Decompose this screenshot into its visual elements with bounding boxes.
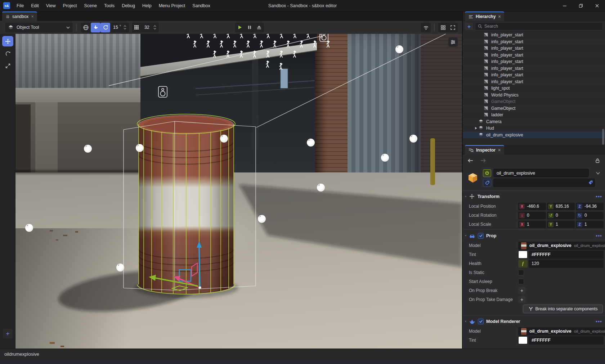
add-gameobject-button[interactable]: +	[465, 22, 473, 30]
menu-item-sandbox[interactable]: Sandbox	[189, 0, 214, 12]
object-snap-button[interactable]	[91, 23, 100, 32]
more-menu-icon[interactable]: •••	[596, 319, 602, 324]
add-action-button[interactable]: +	[518, 296, 525, 303]
fullscreen-button[interactable]	[448, 23, 458, 32]
close-icon[interactable]: ×	[498, 148, 501, 152]
hierarchy-item-info-player-start[interactable]: info_player_start	[463, 39, 605, 45]
forward-button[interactable]	[480, 158, 486, 163]
start-asleep-checkbox[interactable]	[518, 279, 524, 284]
collapse-caret[interactable]: ▾	[465, 195, 466, 198]
tags-icon[interactable]	[483, 179, 491, 187]
rotation-snap-stepper[interactable]	[121, 25, 129, 30]
hierarchy-item-hud[interactable]: Hud	[463, 125, 605, 132]
eject-button[interactable]	[254, 23, 264, 32]
tab-hierarchy[interactable]: Hierarchy ×	[465, 12, 504, 21]
close-icon[interactable]: ×	[31, 14, 33, 19]
menu-item-view[interactable]: View	[42, 0, 59, 12]
network-icon[interactable]	[421, 23, 431, 32]
hierarchy-item-light-spot[interactable]: light_spot	[463, 85, 605, 92]
model-field[interactable]: oil_drum_explosiveoil_drum_explosive.	[518, 327, 605, 336]
chevron-down-icon[interactable]	[596, 172, 600, 175]
rotation-snap-button[interactable]	[100, 23, 110, 32]
vector-field-y[interactable]: Y635.16	[547, 203, 575, 210]
break-into-components-button[interactable]: Break into separate components	[523, 305, 603, 313]
vector-field-z[interactable]: ↻0	[576, 212, 604, 219]
model-renderer-enabled-checkbox[interactable]	[478, 319, 484, 324]
tab-sandbox[interactable]: sandbox ×	[2, 12, 37, 21]
add-action-button[interactable]: +	[518, 287, 525, 294]
enabled-toggle[interactable]	[483, 169, 491, 177]
hierarchy-item-info-player-start[interactable]: info_player_start	[463, 32, 605, 39]
tint-color-swatch[interactable]	[518, 251, 528, 259]
health-field[interactable]: 120	[529, 260, 604, 268]
vector-field-y[interactable]: Y1	[547, 221, 575, 228]
hierarchy-item-world-physics[interactable]: World Physics	[463, 92, 605, 99]
hierarchy-item-info-player-start[interactable]: info_player_start	[463, 52, 605, 59]
model-renderer-section-header[interactable]: ▾ Model Renderer •••	[465, 316, 602, 326]
menu-item-menu-project[interactable]: Menu Project	[155, 0, 189, 12]
tool-selector-dropdown[interactable]: Object Tool	[5, 23, 73, 32]
play-button[interactable]	[235, 23, 245, 32]
back-button[interactable]	[467, 158, 474, 163]
hierarchy-scrollbar[interactable]	[602, 129, 604, 145]
lock-icon[interactable]	[595, 158, 600, 163]
prop-enabled-checkbox[interactable]	[478, 233, 484, 239]
layout-grid-button[interactable]	[438, 23, 448, 32]
transform-section-header[interactable]: ▾ Transform •••	[465, 192, 602, 201]
grid-snap-value[interactable]: 32	[142, 25, 151, 30]
prop-section-header[interactable]: ▾ Prop •••	[465, 231, 602, 241]
viewport-canvas[interactable]	[15, 34, 462, 349]
model-field[interactable]: oil_drum_explosiveoil_drum_explosive.	[518, 242, 605, 250]
add-tag-icon[interactable]	[588, 180, 593, 185]
more-menu-icon[interactable]: •••	[596, 194, 602, 199]
hierarchy-item-gameobject[interactable]: GameObject	[463, 98, 605, 105]
hierarchy-item-camera[interactable]: Camera	[463, 118, 605, 125]
hierarchy-item-info-player-start[interactable]: info_player_start	[463, 58, 605, 65]
add-tool-button[interactable]: +	[3, 329, 13, 338]
window-minimize-button[interactable]	[556, 0, 573, 11]
menu-item-edit[interactable]: Edit	[27, 0, 42, 12]
hierarchy-item-info-player-start[interactable]: info_player_start	[463, 45, 605, 52]
viewport-options-button[interactable]	[448, 37, 458, 47]
menu-item-file[interactable]: File	[13, 0, 27, 12]
close-icon[interactable]: ×	[498, 14, 501, 19]
hierarchy-search[interactable]	[475, 22, 603, 30]
window-close-button[interactable]	[589, 0, 605, 11]
menu-item-help[interactable]: Help	[139, 0, 155, 12]
hierarchy-item-gameobject[interactable]: GameObject	[463, 105, 605, 112]
grid-snap-stepper[interactable]	[151, 25, 159, 30]
menu-item-debug[interactable]: Debug	[118, 0, 139, 12]
window-restore-button[interactable]	[573, 0, 589, 11]
menu-item-tools[interactable]: Tools	[100, 0, 118, 12]
vector-field-x[interactable]: X-460.6	[518, 203, 546, 210]
vector-field-z[interactable]: Z-94.36	[576, 203, 604, 210]
hierarchy-item-oil-drum-explosive[interactable]: oil_drum_explosive	[463, 132, 605, 139]
menu-item-scene[interactable]: Scene	[80, 0, 100, 12]
vector-field-x[interactable]: ↕0	[518, 212, 546, 219]
menu-item-project[interactable]: Project	[59, 0, 81, 12]
hierarchy-item-info-player-start[interactable]: info_player_start	[463, 72, 605, 78]
vector-field-z[interactable]: Z1	[576, 221, 604, 228]
collapse-caret[interactable]: ▾	[465, 320, 466, 323]
hierarchy-item-ladder[interactable]: ladder	[463, 112, 605, 118]
tab-inspector[interactable]: Inspector ×	[465, 145, 504, 154]
tint-hex-field[interactable]: #FFFFFF	[529, 251, 604, 259]
tint-hex-field[interactable]: #FFFFFF	[529, 336, 604, 345]
tint-color-swatch[interactable]	[518, 336, 528, 344]
vector-field-x[interactable]: X1	[518, 221, 546, 228]
rotate-tool-button[interactable]	[2, 48, 13, 59]
search-input[interactable]	[484, 24, 600, 29]
grid-snap-button[interactable]	[132, 23, 142, 32]
hierarchy-item-info-player-start[interactable]: info_player_start	[463, 78, 605, 85]
scale-tool-button[interactable]	[2, 60, 13, 71]
object-name-input[interactable]	[493, 169, 589, 177]
expander-icon[interactable]	[474, 127, 479, 130]
collapse-caret[interactable]: ▾	[465, 234, 466, 237]
hierarchy-item-info-player-start[interactable]: info_player_start	[463, 65, 605, 72]
is-static-checkbox[interactable]	[518, 270, 524, 275]
more-menu-icon[interactable]: •••	[596, 233, 602, 239]
pause-button[interactable]	[245, 23, 254, 32]
tags-input[interactable]	[493, 179, 595, 187]
move-tool-button[interactable]	[2, 36, 13, 46]
vector-field-y[interactable]: ↺0	[547, 212, 575, 219]
